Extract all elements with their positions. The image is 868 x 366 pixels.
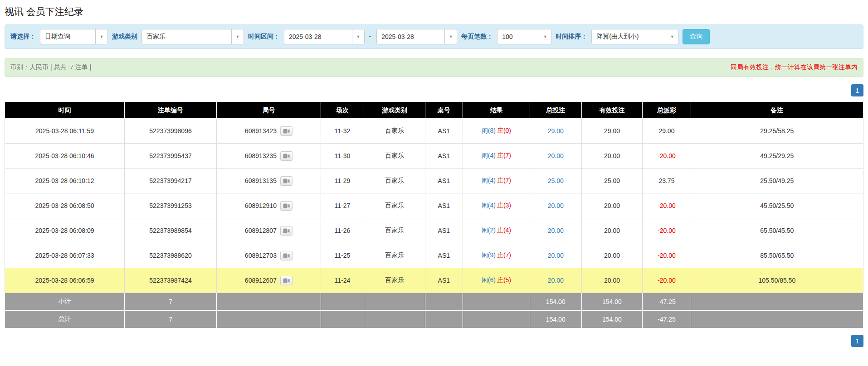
col-header-result: 结果 <box>463 102 530 119</box>
cell-valid-bet: 20.00 <box>581 243 643 268</box>
cell-game-type: 百家乐 <box>364 243 425 268</box>
video-replay-icon[interactable] <box>280 276 293 285</box>
cell-total-bet[interactable]: 20.00 <box>530 243 581 268</box>
cell-round: 608913423 <box>216 119 321 144</box>
result-banker: 庄(0) <box>497 127 511 134</box>
round-number: 608913135 <box>245 177 277 184</box>
footer-empty-table <box>425 311 463 328</box>
cell-total-bet[interactable]: 20.00 <box>530 193 581 218</box>
col-header-payout: 总派彩 <box>643 102 691 119</box>
cell-result: 闲(2)庄(4) <box>463 218 530 243</box>
cell-note: 85.50/65.50 <box>691 243 863 268</box>
footer-empty-session <box>321 293 364 311</box>
cell-result: 闲(6)庄(5) <box>463 268 530 293</box>
cell-payout: -20.00 <box>643 268 691 293</box>
pagination-top: 1 <box>5 84 863 96</box>
page-1-button[interactable]: 1 <box>851 84 863 96</box>
footer-empty-round <box>216 311 321 328</box>
col-header-round-id: 局号 <box>216 102 321 119</box>
round-number: 608913235 <box>245 152 277 159</box>
cell-note: 45.50/25.50 <box>691 193 863 218</box>
cell-table-number: AS1 <box>425 218 463 243</box>
table-footer-row: 总计 7 154.00 154.00 -47.25 <box>5 311 863 328</box>
per-page-dropdown[interactable]: 100 ▼ <box>497 29 551 44</box>
query-type-dropdown[interactable]: 日期查询 ▼ <box>40 29 108 44</box>
footer-empty-result <box>463 293 530 311</box>
footer-empty-note <box>691 293 863 311</box>
col-header-time: 时间 <box>5 102 125 119</box>
cell-table-number: AS1 <box>425 268 463 293</box>
video-replay-icon[interactable] <box>280 251 293 260</box>
col-header-table-number: 桌号 <box>425 102 463 119</box>
table-row: 2025-03-28 06:08:09 522373989854 6089128… <box>5 218 863 243</box>
cell-total-bet[interactable]: 20.00 <box>530 218 581 243</box>
cell-payout: -20.00 <box>643 218 691 243</box>
cell-note: 65.50/45.50 <box>691 218 863 243</box>
cell-time: 2025-03-28 06:08:09 <box>5 218 125 243</box>
col-header-total-bet: 总投注 <box>530 102 581 119</box>
video-replay-icon[interactable] <box>280 201 293 211</box>
result-player: 闲(4) <box>482 152 496 159</box>
caret-down-icon[interactable]: ▼ <box>352 29 364 44</box>
result-player: 闲(2) <box>482 226 496 234</box>
cell-result: 闲(4)庄(3) <box>463 193 530 218</box>
footer-label: 小计 <box>5 293 125 311</box>
cell-payout: 23.75 <box>643 169 691 193</box>
result-player: 闲(6) <box>482 276 496 284</box>
search-button[interactable]: 查询 <box>683 29 710 44</box>
cell-total-bet[interactable]: 20.00 <box>530 144 581 169</box>
cell-time: 2025-03-28 06:11:59 <box>5 119 125 144</box>
cell-payout: -20.00 <box>643 243 691 268</box>
page-title: 视讯 会员下注纪录 <box>5 5 863 18</box>
page-1-button[interactable]: 1 <box>851 335 863 347</box>
footer-valid-bet: 154.00 <box>581 311 643 328</box>
cell-bet-id: 522373995437 <box>125 144 217 169</box>
cell-valid-bet: 29.00 <box>581 119 643 144</box>
video-replay-icon[interactable] <box>280 151 293 161</box>
date-from-picker[interactable]: 2025-03-28 ▼ <box>284 29 365 44</box>
time-sort-dropdown[interactable]: 降冪(由大到小) ▼ <box>591 29 678 44</box>
footer-count: 7 <box>125 311 217 328</box>
round-number: 608912807 <box>245 227 277 234</box>
cell-game-type: 百家乐 <box>364 119 425 144</box>
caret-down-icon[interactable]: ▼ <box>444 29 457 44</box>
table-row: 2025-03-28 06:11:59 522373998096 6089134… <box>5 119 863 144</box>
cell-total-bet[interactable]: 20.00 <box>530 268 581 293</box>
cell-game-type: 百家乐 <box>364 218 425 243</box>
cell-result: 闲(4)庄(7) <box>463 169 530 193</box>
result-banker: 庄(3) <box>497 202 511 209</box>
table-row: 2025-03-28 06:10:46 522373995437 6089132… <box>5 144 863 169</box>
game-type-value: 百家乐 <box>142 29 231 44</box>
col-header-note: 备注 <box>691 102 863 119</box>
cell-note: 29.25/58.25 <box>691 119 863 144</box>
cell-valid-bet: 20.00 <box>581 144 643 169</box>
table-row: 2025-03-28 06:08:50 522373991253 6089129… <box>5 193 863 218</box>
filter-label-game-type: 游戏类别 <box>112 33 137 41</box>
footer-empty-game <box>364 293 425 311</box>
cell-table-number: AS1 <box>425 169 463 193</box>
cell-session: 11-30 <box>321 144 364 169</box>
cell-payout: -20.00 <box>643 144 691 169</box>
cell-note: 25.50/49.25 <box>691 169 863 193</box>
filter-label-select: 请选择： <box>10 33 36 41</box>
caret-down-icon[interactable]: ▼ <box>95 29 107 44</box>
footer-total-bet: 154.00 <box>530 311 581 328</box>
game-type-dropdown[interactable]: 百家乐 ▼ <box>141 29 244 44</box>
date-to-picker[interactable]: 2025-03-28 ▼ <box>376 29 457 44</box>
filter-label-per-page: 每页笔数： <box>461 33 493 41</box>
cell-valid-bet: 20.00 <box>581 268 643 293</box>
caret-down-icon[interactable]: ▼ <box>539 29 551 44</box>
video-replay-icon[interactable] <box>280 176 293 186</box>
cell-bet-id: 522373988620 <box>125 243 217 268</box>
cell-round: 608912807 <box>216 218 321 243</box>
caret-down-icon[interactable]: ▼ <box>231 29 244 44</box>
round-number: 608912607 <box>245 277 277 284</box>
cell-session: 11-24 <box>321 268 364 293</box>
cell-total-bet[interactable]: 29.00 <box>530 119 581 144</box>
caret-down-icon[interactable]: ▼ <box>666 29 678 44</box>
cell-total-bet[interactable]: 25.00 <box>530 169 581 193</box>
col-header-bet-id: 注单编号 <box>125 102 217 119</box>
cell-result: 闲(8)庄(0) <box>463 119 530 144</box>
video-replay-icon[interactable] <box>280 226 293 236</box>
video-replay-icon[interactable] <box>280 126 293 136</box>
